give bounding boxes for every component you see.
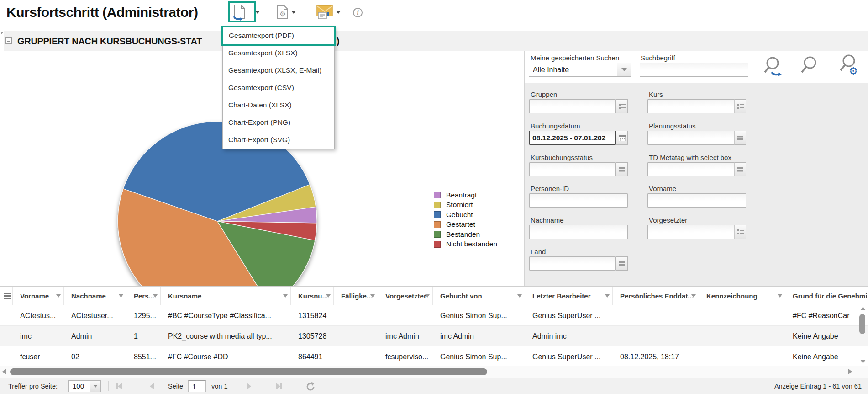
field-input-planungsstatus[interactable] (647, 131, 734, 145)
column-filter-icon[interactable] (517, 294, 522, 298)
legend-item: Gestartet (434, 220, 497, 230)
column-filter-icon[interactable] (605, 294, 610, 298)
field-input-personen-id[interactable] (529, 193, 628, 208)
column-filter-icon[interactable] (153, 294, 158, 298)
field-input-gruppen[interactable] (529, 99, 616, 113)
export-menu-item[interactable]: Gesamtexport (XLSX, E-Mail) (223, 62, 334, 79)
email-caret-icon[interactable] (336, 11, 341, 14)
panel-resize-handle[interactable] (0, 31, 4, 51)
list-picker-button-kurs[interactable] (734, 99, 746, 113)
next-page-button[interactable] (247, 383, 251, 391)
export-menu-item[interactable]: Gesamtexport (XLSX) (223, 44, 334, 62)
column-filter-icon[interactable] (56, 294, 61, 298)
export-caret-icon[interactable] (255, 11, 260, 14)
export-button[interactable] (232, 4, 247, 22)
field-input-vorname[interactable] (647, 193, 746, 208)
column-header-label: Gebucht von (440, 292, 482, 300)
list-picker-button-planungsstatus[interactable] (734, 131, 746, 145)
previous-page-button[interactable] (150, 383, 154, 391)
field-input-land[interactable] (529, 256, 616, 271)
table-row[interactable]: ACtestus...ACtestuser...1295...#BC #Cour… (0, 305, 868, 326)
column-header-nachname[interactable]: Nachname (64, 287, 126, 305)
list-picker-button-kursbuchungsstatus[interactable] (616, 162, 628, 176)
column-header-kursnu-[interactable]: Kursnu... (291, 287, 334, 305)
column-header-kennzeichnung[interactable]: Kennzeichnung (699, 287, 785, 305)
field-input-nachname[interactable] (529, 225, 628, 239)
column-header-label: Kursnu... (298, 292, 328, 300)
calendar-picker-button-buchungsdatum[interactable] (616, 131, 628, 145)
column-header-vorgesetzter[interactable]: Vorgesetzter (378, 287, 433, 305)
search-settings-icon[interactable]: ⚙ (836, 53, 860, 78)
per-page-dropdown-button[interactable] (90, 381, 100, 392)
saved-searches-select[interactable]: Alle Inhalte (529, 63, 631, 77)
table-horizontal-scrollbar (0, 366, 868, 378)
table-cell: ACtestuser... (64, 305, 126, 326)
per-page-select[interactable]: 100 (68, 380, 101, 392)
list-picker-button-land[interactable] (616, 256, 628, 271)
table-menu-icon[interactable] (4, 293, 11, 299)
table-scroll-up-icon[interactable] (860, 307, 866, 310)
email-report-button[interactable] (316, 5, 334, 22)
column-filter-icon[interactable] (370, 294, 375, 298)
field-input-kursbuchungsstatus[interactable] (529, 162, 616, 176)
first-page-button[interactable] (116, 383, 122, 391)
column-header-f-lligke-[interactable]: Fälligke... (334, 287, 378, 305)
saved-search-reset-icon[interactable] (763, 55, 784, 79)
table-vertical-scrollbar-thumb[interactable] (859, 314, 865, 334)
list-picker-button-td-metatag-with-select-box[interactable] (734, 162, 746, 176)
field-label-vorname: Vorname (649, 185, 676, 192)
field-label-nachname: Nachname (531, 216, 564, 224)
page-number-input[interactable] (188, 380, 206, 392)
table-scroll-down-icon[interactable] (860, 360, 866, 363)
field-input-buchungsdatum[interactable]: 08.12.2025 - 07.01.202 (529, 131, 616, 145)
column-header-label: Kursname (168, 292, 201, 300)
column-header-label: Persönliches Enddat... (620, 292, 694, 300)
list-picker-button-vorgesetzter[interactable] (734, 225, 746, 239)
refresh-icon[interactable] (305, 381, 316, 392)
page-title: Kursfortschritt (Administrator) (6, 5, 198, 20)
field-input-td-metatag-with-select-box[interactable] (647, 162, 734, 176)
export-menu-item[interactable]: Gesamtexport (CSV) (223, 79, 334, 96)
field-input-vorgesetzter[interactable] (647, 225, 734, 239)
table-cell: Keine Angabe (785, 326, 868, 346)
column-filter-icon[interactable] (425, 294, 430, 298)
table-row[interactable]: imcAdmin1PK2_course with media all typ..… (0, 326, 868, 346)
info-icon[interactable]: i (353, 8, 363, 17)
column-filter-icon[interactable] (691, 294, 696, 298)
list-picker-button-gruppen[interactable] (616, 99, 628, 113)
legend-label: Bestanden (446, 230, 480, 239)
saved-searches-dropdown-button[interactable] (617, 63, 631, 76)
column-header-vorname[interactable]: Vorname (13, 287, 64, 305)
horizontal-scrollbar-thumb[interactable] (10, 368, 487, 375)
column-filter-icon[interactable] (326, 294, 331, 298)
field-input-kurs[interactable] (647, 99, 734, 113)
column-header-kursname[interactable]: Kursname (161, 287, 291, 305)
report-settings-button[interactable]: ⚙ (276, 5, 289, 21)
section-collapse-icon[interactable] (5, 37, 12, 44)
column-header-gebucht-von[interactable]: Gebucht von (433, 287, 525, 305)
table-cell (334, 346, 378, 366)
table-cell: #FC #ReasonCar (785, 305, 868, 326)
table-row[interactable]: fcuser028551...#FC #Course #DD864491fcsu… (0, 346, 868, 366)
column-filter-icon[interactable] (119, 294, 123, 298)
export-menu-item[interactable]: Chart-Export (SVG) (223, 131, 334, 149)
column-header-pers-nliches-enddat-[interactable]: Persönliches Enddat... (613, 287, 699, 305)
search-icon[interactable] (799, 55, 819, 77)
export-menu-item[interactable]: Gesamtexport (PDF) (223, 27, 334, 44)
settings-caret-icon[interactable] (291, 11, 296, 14)
last-page-button[interactable] (276, 383, 282, 391)
column-header-grund-f-r-die-genehmi[interactable]: Grund für die Genehmi (785, 287, 868, 305)
scroll-right-icon[interactable] (848, 369, 852, 374)
column-filter-icon[interactable] (283, 294, 288, 298)
table-cell (334, 326, 378, 346)
search-term-input[interactable] (640, 63, 748, 77)
export-menu-item[interactable]: Chart-Export (PNG) (223, 114, 334, 131)
field-label-planungsstatus: Planungsstatus (649, 122, 696, 130)
column-header-letzter-bearbeiter[interactable]: Letzter Bearbeiter (525, 287, 613, 305)
export-menu-item[interactable]: Chart-Daten (XLSX) (223, 96, 334, 114)
column-filter-icon[interactable] (778, 294, 782, 298)
table-cell (699, 326, 785, 346)
legend-swatch-icon (434, 241, 441, 248)
column-header-pers-[interactable]: Pers... (126, 287, 161, 305)
scroll-left-icon[interactable] (2, 369, 6, 374)
